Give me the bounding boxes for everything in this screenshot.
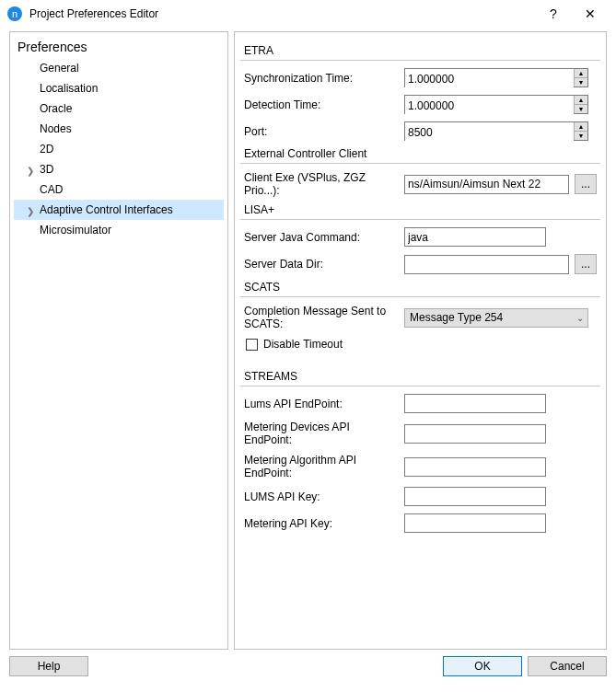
sidebar-item-oracle[interactable]: Oracle (14, 98, 224, 119)
spinner-down-icon[interactable]: ▼ (574, 132, 587, 140)
group-etra: ETRA Synchronization Time: ▲ ▼ Detection… (244, 43, 597, 141)
detection-time-label: Detection Time: (244, 98, 404, 111)
cancel-button[interactable]: Cancel (528, 656, 607, 676)
ok-button[interactable]: OK (443, 656, 522, 676)
port-spinner[interactable]: ▲ ▼ (404, 121, 588, 141)
sidebar-item-cad[interactable]: CAD (14, 179, 224, 200)
sidebar-item-3d[interactable]: ❯3D (14, 159, 224, 179)
spinner-down-icon[interactable]: ▼ (574, 78, 587, 86)
java-cmd-input[interactable] (404, 227, 546, 247)
client-exe-label: Client Exe (VSPlus, ZGZ Prio...): (244, 171, 404, 197)
chevron-right-icon[interactable]: ❯ (27, 162, 34, 180)
spinner-buttons: ▲ ▼ (574, 69, 587, 86)
disable-timeout-checkbox[interactable]: Disable Timeout (244, 338, 597, 351)
detection-time-input[interactable] (405, 96, 574, 115)
spinner-up-icon[interactable]: ▲ (574, 69, 587, 78)
sidebar-item-label: 2D (40, 143, 53, 156)
sidebar-item-label: Microsimulator (40, 224, 111, 236)
window-title: Project Preferences Editor (29, 7, 535, 20)
footer: Help OK Cancel (0, 653, 616, 685)
spinner-up-icon[interactable]: ▲ (574, 122, 587, 132)
metering-algorithm-endpoint-label: Metering Algorithm API EndPoint: (244, 454, 404, 479)
lums-key-label: LUMS API Key: (244, 490, 404, 503)
port-label: Port: (244, 125, 404, 138)
sidebar-title: Preferences (14, 38, 224, 58)
metering-devices-endpoint-label: Metering Devices API EndPoint: (244, 421, 404, 446)
sync-time-spinner[interactable]: ▲ ▼ (404, 68, 588, 87)
sidebar-item-label: Oracle (40, 102, 72, 115)
completion-msg-label: Completion Message Sent to SCATS: (244, 305, 404, 330)
data-dir-browse-button[interactable]: ... (575, 254, 597, 274)
completion-msg-dropdown[interactable]: Message Type 254 ⌄ (404, 308, 588, 328)
group-title-streams: STREAMS (244, 369, 297, 384)
data-dir-label: Server Data Dir: (244, 258, 404, 271)
group-title-lisa: LISA+ (244, 202, 274, 217)
content: Preferences General Localisation Oracle … (0, 28, 616, 653)
app-icon (7, 6, 22, 21)
spinner-down-icon[interactable]: ▼ (574, 105, 587, 113)
spinner-up-icon[interactable]: ▲ (574, 96, 587, 105)
sidebar-item-label: Adaptive Control Interfaces (40, 203, 173, 216)
sidebar-item-label: 3D (40, 163, 53, 176)
sidebar-item-adaptive-control-interfaces[interactable]: ❯Adaptive Control Interfaces (14, 200, 224, 220)
help-button[interactable]: Help (9, 656, 88, 676)
spinner-buttons: ▲ ▼ (574, 122, 587, 140)
group-title-scats: SCATS (244, 280, 280, 294)
metering-key-label: Metering API Key: (244, 517, 404, 530)
sync-time-label: Synchronization Time: (244, 72, 404, 85)
sidebar-item-nodes[interactable]: Nodes (14, 119, 224, 139)
disable-timeout-label: Disable Timeout (263, 338, 343, 351)
sidebar: Preferences General Localisation Oracle … (9, 31, 228, 650)
detection-time-spinner[interactable]: ▲ ▼ (404, 95, 588, 114)
sync-time-input[interactable] (405, 69, 574, 88)
sidebar-item-localisation[interactable]: Localisation (14, 78, 224, 98)
metering-key-input[interactable] (404, 513, 546, 533)
preferences-tree: General Localisation Oracle Nodes 2D ❯3D… (14, 58, 224, 240)
group-scats: SCATS Completion Message Sent to SCATS: … (244, 280, 597, 351)
spinner-buttons: ▲ ▼ (574, 96, 587, 113)
metering-algorithm-endpoint-input[interactable] (404, 457, 546, 477)
client-exe-browse-button[interactable]: ... (575, 174, 597, 194)
data-dir-input[interactable] (404, 255, 569, 274)
group-external-controller: External Controller Client Client Exe (V… (244, 146, 597, 197)
group-title-etra: ETRA (244, 43, 273, 58)
checkbox-box-icon (246, 339, 258, 351)
java-cmd-label: Server Java Command: (244, 231, 404, 244)
sidebar-item-microsimulator[interactable]: Microsimulator (14, 220, 224, 240)
port-input[interactable] (405, 122, 574, 142)
titlebar: Project Preferences Editor ? ✕ (0, 0, 616, 28)
client-exe-input[interactable] (404, 175, 569, 194)
close-icon[interactable]: ✕ (572, 6, 609, 21)
completion-msg-value: Message Type 254 (410, 311, 503, 324)
group-title-ext: External Controller Client (244, 146, 366, 161)
chevron-down-icon: ⌄ (576, 313, 584, 323)
metering-devices-endpoint-input[interactable] (404, 424, 546, 444)
lums-endpoint-label: Lums API EndPoint: (244, 398, 404, 410)
group-streams: STREAMS Lums API EndPoint: Metering Devi… (244, 369, 597, 533)
sidebar-item-label: General (40, 62, 79, 75)
lums-endpoint-input[interactable] (404, 394, 546, 413)
sidebar-item-label: CAD (40, 183, 63, 196)
chevron-right-icon[interactable]: ❯ (27, 202, 34, 221)
sidebar-item-label: Nodes (40, 122, 72, 135)
help-icon[interactable]: ? (535, 6, 572, 21)
sidebar-item-2d[interactable]: 2D (14, 139, 224, 159)
main-panel: ETRA Synchronization Time: ▲ ▼ Detection… (234, 31, 607, 650)
lums-key-input[interactable] (404, 487, 546, 506)
group-lisa: LISA+ Server Java Command: Server Data D… (244, 202, 597, 274)
sidebar-item-general[interactable]: General (14, 58, 224, 78)
sidebar-item-label: Localisation (40, 82, 98, 95)
